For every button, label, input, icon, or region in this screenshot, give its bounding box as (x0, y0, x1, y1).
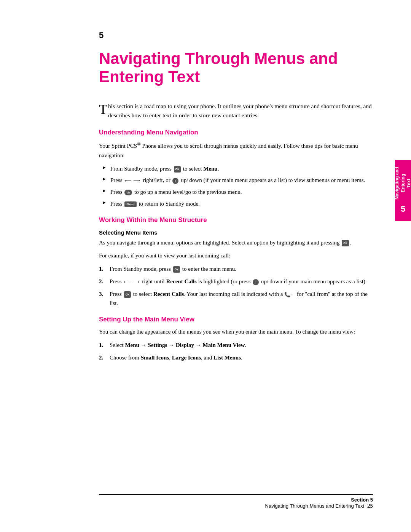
chapter-title: Navigating Through Menus and Entering Te… (99, 50, 373, 86)
footer-title-line: Navigating Through Menus and Entering Te… (265, 503, 373, 509)
main-content: Navigating Through Menus and Entering Te… (99, 30, 373, 362)
section-heading-working: Working Within the Menu Structure (99, 216, 373, 224)
section-number-top: 5 (99, 30, 104, 40)
nav-right-icon-3: ⟶ (132, 278, 140, 286)
footer-section-label: Section 5 (351, 497, 373, 503)
end-icon: ⊙end (124, 201, 136, 207)
setup-step-1: Select Menu → Settings → Display → Main … (99, 340, 373, 350)
ok-icon: ok (174, 166, 181, 173)
step-3: Press ok to select Recent Calls. Your la… (99, 289, 373, 308)
nav-updown-icon: ↕ (172, 178, 178, 184)
nav-updown-icon-2: ↕ (253, 279, 259, 285)
navigation-tips-list: From Standby mode, press ok to select Me… (103, 164, 373, 209)
page: 5 Navigating Through Menus and Entering … (0, 0, 411, 532)
nav-right-icon-2: ⟵ (124, 278, 131, 286)
sidebar-tab: Navigating andEnteringText 5 (395, 160, 411, 221)
call-from-icon: 📞← (284, 291, 295, 299)
step-1: From Standby mode, press ok to enter the… (99, 264, 373, 274)
sidebar-tab-number: 5 (401, 204, 405, 214)
clr-icon: clr (124, 190, 132, 195)
tip-2: Press ⟵⟶ right/left, or ↕ up/ down (if y… (103, 176, 373, 185)
subsection-heading-selecting: Selecting Menu Items (99, 229, 373, 236)
tip-3: Press clr to go up a menu level/go to th… (103, 187, 373, 197)
intro-paragraph: This section is a road map to using your… (99, 102, 373, 121)
understanding-intro: Your Sprint PCS® Phone allows you to scr… (99, 140, 373, 160)
tip-1: From Standby mode, press ok to select Me… (103, 164, 373, 174)
footer-right: Section 5 Navigating Through Menus and E… (265, 497, 373, 509)
sidebar-tab-text: Navigating andEnteringText (394, 167, 411, 200)
nav-left-icon: ⟵ (124, 177, 132, 185)
section-heading-understanding: Understanding Menu Navigation (99, 129, 373, 136)
example-steps-list: From Standby mode, press ok to enter the… (99, 264, 373, 308)
page-footer: Section 5 Navigating Through Menus and E… (99, 494, 373, 509)
section-heading-setup: Setting Up the Main Menu View (99, 316, 373, 323)
footer-title: Navigating Through Menus and Entering Te… (265, 503, 364, 509)
selecting-intro: As you navigate through a menu, options … (99, 238, 373, 248)
example-intro: For example, if you want to view your la… (99, 251, 373, 260)
intro-text: his section is a road map to using your … (108, 103, 372, 119)
ok-icon-4: ok (124, 291, 131, 298)
drop-cap: T (99, 102, 107, 116)
footer-section-line: Section 5 (265, 497, 373, 503)
setup-step-2: Choose from Small Icons, Large Icons, an… (99, 353, 373, 363)
tip-4: Press ⊙end to return to Standby mode. (103, 199, 373, 209)
nav-right-icon: ⟶ (133, 177, 140, 185)
setup-body: You can change the appearance of the men… (99, 327, 373, 337)
ok-icon-2: ok (342, 240, 349, 246)
footer-page-number: 25 (367, 503, 373, 509)
setup-steps-list: Select Menu → Settings → Display → Main … (99, 340, 373, 363)
ok-icon-3: ok (173, 266, 180, 273)
step-2: Press ⟵⟶ right until Recent Calls is hig… (99, 277, 373, 286)
